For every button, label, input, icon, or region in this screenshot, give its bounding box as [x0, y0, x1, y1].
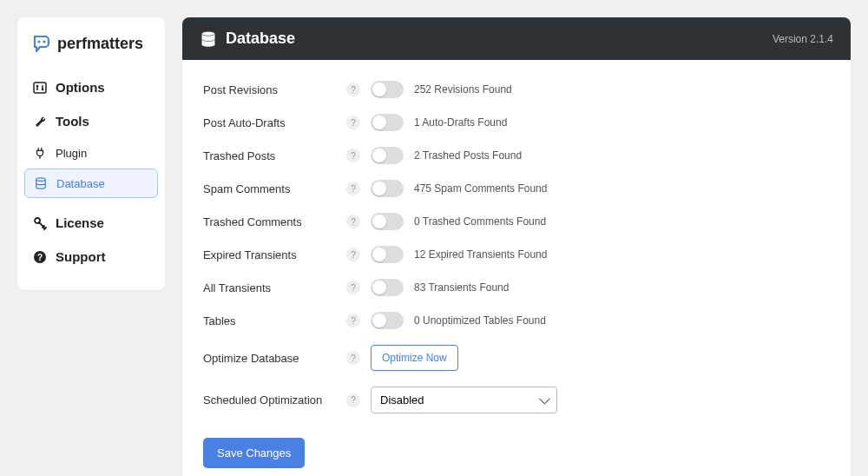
panel-header: Database Version 2.1.4 [182, 17, 851, 60]
row-post-revisions: Post Revisions ? 252 Revisions Found [203, 81, 830, 98]
sidebar-item-label: Support [56, 249, 106, 264]
row-spam-comments: Spam Comments ? 475 Spam Comments Found [203, 180, 830, 197]
sidebar: perfmatters Options Tools Plugin Databas… [17, 17, 165, 290]
row-label: Scheduled Optimization [203, 393, 346, 407]
key-icon [33, 216, 47, 230]
row-trashed-comments: Trashed Comments ? 0 Trashed Comments Fo… [203, 213, 830, 230]
help-icon[interactable]: ? [346, 314, 360, 327]
row-label: Post Auto-Drafts [203, 116, 346, 129]
panel-title: Database [200, 30, 295, 48]
database-icon [200, 30, 217, 48]
svg-point-7 [36, 178, 46, 182]
sidebar-item-label: Database [56, 177, 105, 190]
svg-point-5 [36, 84, 39, 87]
status-text: 252 Revisions Found [414, 83, 512, 96]
toggle-expired-transients[interactable] [371, 246, 404, 263]
row-scheduled-optimization: Scheduled Optimization ? Disabled [203, 387, 830, 413]
toggle-post-auto-drafts[interactable] [371, 114, 404, 131]
help-icon[interactable]: ? [346, 182, 360, 195]
sidebar-item-support[interactable]: ? Support [24, 241, 158, 273]
status-text: 12 Expired Transients Found [414, 248, 547, 261]
toggle-spam-comments[interactable] [371, 180, 404, 197]
sidebar-item-label: License [56, 215, 104, 230]
sidebar-item-tools[interactable]: Tools [24, 105, 158, 137]
toggle-trashed-comments[interactable] [371, 213, 404, 230]
help-icon[interactable]: ? [346, 83, 360, 96]
svg-point-6 [42, 88, 44, 90]
save-changes-button[interactable]: Save Changes [203, 438, 305, 468]
help-icon[interactable]: ? [346, 351, 360, 365]
plug-icon [33, 146, 47, 160]
version-text: Version 2.1.4 [773, 33, 833, 45]
sidebar-item-license[interactable]: License [24, 207, 158, 239]
sidebar-item-database[interactable]: Database [24, 169, 158, 198]
toggle-all-transients[interactable] [371, 279, 404, 296]
status-text: 0 Trashed Comments Found [414, 215, 546, 228]
row-trashed-posts: Trashed Posts ? 2 Trashed Posts Found [203, 147, 830, 164]
help-icon[interactable]: ? [346, 281, 360, 294]
row-label: Spam Comments [203, 182, 346, 195]
help-icon[interactable]: ? [346, 215, 360, 228]
main-panel: Database Version 2.1.4 Post Revisions ? … [182, 17, 851, 459]
help-icon[interactable]: ? [346, 116, 360, 129]
brand-logo: perfmatters [24, 33, 158, 69]
status-text: 1 Auto-Drafts Found [414, 116, 507, 129]
sidebar-item-label: Options [56, 80, 105, 95]
optimize-now-button[interactable]: Optimize Now [371, 345, 458, 371]
help-icon[interactable]: ? [346, 393, 360, 407]
sliders-icon [33, 81, 47, 95]
row-label: Optimize Database [203, 352, 346, 365]
wrench-icon [33, 115, 47, 129]
sidebar-item-plugin[interactable]: Plugin [24, 139, 158, 167]
svg-point-1 [43, 40, 45, 43]
toggle-post-revisions[interactable] [371, 81, 404, 98]
status-text: 0 Unoptimized Tables Found [414, 314, 546, 327]
row-label: Tables [203, 314, 346, 327]
help-icon[interactable]: ? [346, 248, 360, 261]
svg-point-0 [37, 40, 40, 43]
row-expired-transients: Expired Transients ? 12 Expired Transien… [203, 246, 830, 263]
help-icon[interactable]: ? [346, 149, 360, 162]
status-text: 83 Transients Found [414, 281, 509, 294]
row-all-transients: All Transients ? 83 Transients Found [203, 279, 830, 296]
row-label: Trashed Posts [203, 149, 346, 162]
row-optimize-database: Optimize Database ? Optimize Now [203, 345, 830, 371]
row-label: All Transients [203, 281, 346, 294]
row-label: Post Revisions [203, 83, 346, 96]
brand-name: perfmatters [57, 35, 143, 53]
settings-panel: Post Revisions ? 252 Revisions Found Pos… [182, 60, 851, 476]
database-icon [34, 176, 48, 190]
perfmatters-icon [31, 33, 52, 54]
panel-title-text: Database [226, 30, 295, 48]
schedule-select[interactable]: Disabled [371, 387, 557, 413]
row-label: Trashed Comments [203, 215, 346, 228]
row-post-auto-drafts: Post Auto-Drafts ? 1 Auto-Drafts Found [203, 114, 830, 131]
status-text: 475 Spam Comments Found [414, 182, 547, 195]
status-text: 2 Trashed Posts Found [414, 149, 522, 162]
row-label: Expired Transients [203, 248, 346, 261]
sidebar-item-label: Tools [56, 114, 89, 129]
sidebar-item-options[interactable]: Options [24, 71, 158, 103]
sidebar-item-label: Plugin [56, 147, 87, 160]
toggle-trashed-posts[interactable] [371, 147, 404, 164]
svg-text:?: ? [37, 253, 43, 262]
schedule-select-wrap: Disabled [371, 387, 557, 413]
svg-rect-2 [34, 83, 46, 93]
help-circle-icon: ? [33, 250, 47, 264]
toggle-tables[interactable] [371, 312, 404, 329]
row-tables: Tables ? 0 Unoptimized Tables Found [203, 312, 830, 329]
